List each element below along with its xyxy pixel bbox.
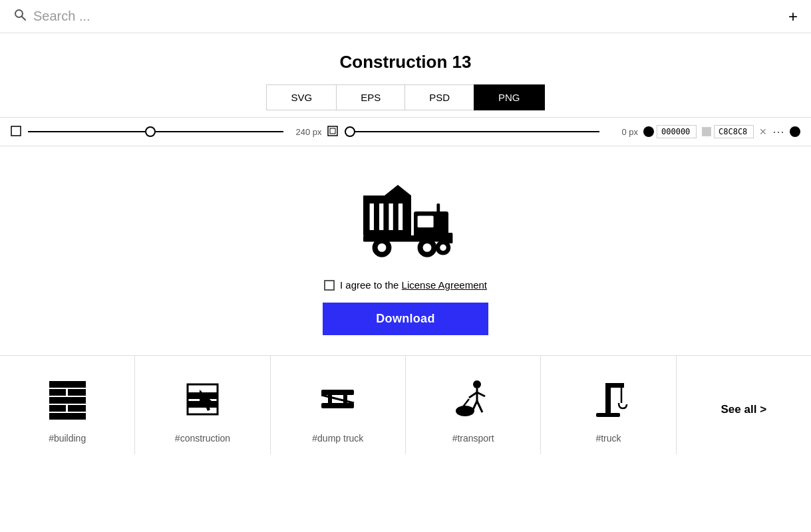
related-cell-transport[interactable]: #transport — [406, 356, 541, 454]
svg-point-16 — [377, 243, 386, 252]
svg-line-42 — [477, 392, 485, 396]
svg-rect-9 — [379, 203, 383, 230]
see-all-cell[interactable]: See all > — [677, 356, 811, 454]
svg-rect-30 — [188, 392, 201, 399]
related-cell-dump-truck[interactable]: #dump truck — [271, 356, 406, 454]
transport-icon — [450, 376, 496, 422]
download-button-wrap: Download — [0, 303, 811, 335]
size-slider-wrap: 240 px — [28, 127, 322, 137]
svg-rect-28 — [49, 413, 86, 420]
svg-rect-25 — [49, 397, 86, 404]
title-area: Construction 13 — [0, 33, 811, 84]
add-button[interactable]: + — [788, 9, 798, 25]
icon-preview — [0, 146, 811, 279]
padding-slider[interactable] — [345, 131, 600, 132]
truck-icon — [585, 376, 631, 422]
dump-truck-preview-icon — [353, 173, 459, 266]
svg-line-44 — [477, 401, 482, 412]
tab-png[interactable]: PNG — [474, 84, 545, 110]
svg-rect-48 — [605, 383, 624, 388]
svg-point-45 — [456, 406, 474, 416]
controls-row: 240 px 0 px 000000 C8C8C8 ✕ ⋯ — [0, 117, 811, 146]
license-row: I agree to the License Agreement — [0, 279, 811, 291]
related-label-construction: #construction — [175, 433, 230, 444]
related-cell-construction[interactable]: #construction — [135, 356, 270, 454]
construction-icon — [179, 376, 226, 422]
svg-rect-11 — [398, 203, 402, 230]
tab-eps[interactable]: EPS — [336, 84, 405, 110]
svg-rect-3 — [328, 126, 337, 136]
svg-line-41 — [469, 392, 477, 398]
svg-rect-6 — [417, 215, 433, 227]
related-icons-grid: #building #construction — [0, 355, 811, 454]
svg-point-18 — [422, 243, 431, 252]
building-icon — [44, 376, 90, 422]
size-slider[interactable] — [28, 131, 283, 132]
block-icon — [790, 126, 800, 137]
svg-rect-4 — [330, 128, 335, 134]
svg-line-1 — [22, 17, 26, 21]
fill-color-dot — [643, 126, 654, 137]
tab-psd[interactable]: PSD — [405, 84, 474, 110]
dump-truck-small-icon — [315, 376, 361, 422]
fill-color-swatch[interactable]: 000000 — [643, 125, 697, 138]
padding-value: 0 px — [605, 127, 638, 137]
license-link[interactable]: License Agreement — [402, 279, 487, 291]
page-title: Construction 13 — [0, 52, 811, 72]
svg-rect-10 — [389, 203, 393, 230]
related-label-dump-truck: #dump truck — [312, 433, 363, 444]
svg-rect-27 — [68, 405, 86, 412]
svg-rect-35 — [321, 403, 354, 408]
bg-color-dot — [702, 127, 711, 136]
svg-line-38 — [321, 395, 354, 403]
svg-rect-21 — [436, 203, 440, 214]
related-cell-truck[interactable]: #truck — [541, 356, 676, 454]
download-button[interactable]: Download — [323, 303, 488, 335]
svg-point-20 — [440, 245, 446, 251]
bg-color-swatch[interactable]: C8C8C8 — [702, 125, 754, 138]
format-tabs: SVG EPS PSD PNG — [0, 84, 811, 110]
see-all-label[interactable]: See all > — [721, 403, 767, 416]
svg-rect-50 — [596, 413, 620, 417]
bg-color-value[interactable]: C8C8C8 — [714, 125, 754, 138]
related-cell-building[interactable]: #building — [0, 356, 135, 454]
padding-slider-wrap: 0 px — [345, 127, 639, 137]
svg-marker-12 — [385, 185, 411, 196]
more-options-icon[interactable]: ⋯ — [772, 124, 784, 139]
svg-rect-23 — [49, 389, 66, 396]
padding-icon — [327, 126, 339, 138]
size-icon — [11, 126, 23, 138]
svg-point-39 — [473, 380, 481, 388]
svg-rect-8 — [369, 203, 373, 230]
svg-rect-26 — [49, 405, 66, 412]
tab-svg[interactable]: SVG — [266, 84, 336, 110]
svg-rect-34 — [321, 390, 354, 395]
related-label-truck: #truck — [595, 433, 621, 444]
fill-color-value[interactable]: 000000 — [657, 125, 697, 138]
license-checkbox[interactable] — [324, 280, 335, 291]
size-value: 240 px — [289, 127, 322, 137]
clear-button[interactable]: ✕ — [759, 126, 767, 137]
related-label-transport: #transport — [452, 433, 494, 444]
license-text: I agree to the License Agreement — [340, 279, 487, 291]
search-input[interactable]: Search ... — [33, 9, 90, 24]
search-bar: Search ... + — [0, 0, 811, 33]
svg-rect-22 — [49, 381, 86, 388]
related-label-building: #building — [49, 433, 86, 444]
search-left: Search ... — [13, 8, 90, 25]
search-icon — [13, 8, 27, 25]
svg-rect-2 — [11, 126, 21, 136]
svg-rect-24 — [68, 389, 86, 396]
